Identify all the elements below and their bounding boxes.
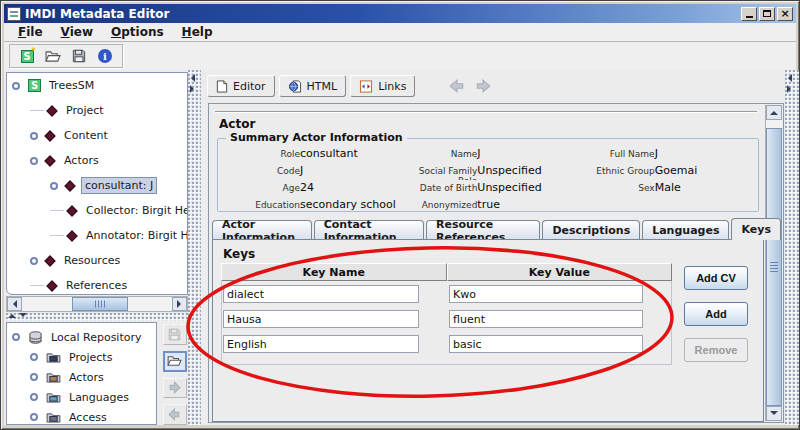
tab-resource-references[interactable]: Resource References — [426, 220, 540, 240]
tree-node-project[interactable]: Project — [7, 98, 187, 123]
tree-node-references[interactable]: References — [7, 273, 187, 295]
scroll-track[interactable] — [766, 120, 782, 406]
expand-handle-icon[interactable] — [12, 82, 20, 90]
scroll-track[interactable] — [22, 297, 172, 311]
info-button[interactable]: i — [94, 46, 116, 66]
scroll-left-button[interactable] — [7, 297, 22, 311]
expand-handle-icon[interactable] — [30, 257, 38, 265]
html-view-button[interactable]: HTML — [279, 75, 347, 97]
tab-languages[interactable]: Languages — [642, 220, 729, 240]
column-header-key-value[interactable]: Key Value — [447, 263, 673, 281]
repo-forward-button[interactable] — [163, 378, 187, 399]
open-button[interactable] — [42, 46, 64, 66]
repo-node-actors[interactable]: Actors — [7, 367, 156, 387]
scroll-right-button[interactable] — [172, 297, 187, 311]
field-label: Age — [222, 183, 300, 193]
add-button[interactable]: Add — [684, 302, 748, 326]
maximize-button[interactable] — [759, 7, 775, 21]
scroll-up-button[interactable] — [766, 105, 782, 120]
expand-handle-icon[interactable] — [30, 157, 38, 165]
tree-node-collector[interactable]: Collector: Birgit Hellwig — [7, 198, 187, 223]
right-split-divider[interactable] — [785, 70, 800, 425]
key-value-input[interactable] — [449, 285, 643, 303]
scroll-down-button[interactable] — [766, 406, 782, 421]
tree-node-actors[interactable]: Actors — [7, 148, 187, 173]
horizontal-split-divider[interactable] — [6, 313, 188, 321]
languages-folder-icon — [46, 392, 61, 403]
key-value-input[interactable] — [449, 335, 643, 353]
repo-node-label: Projects — [66, 350, 115, 365]
keys-tab-panel: Keys Key Name Key Value — [212, 239, 764, 422]
expand-handle-icon[interactable] — [30, 373, 38, 381]
repo-node-root[interactable]: Local Repository — [7, 327, 156, 347]
collapse-down-icon[interactable] — [19, 313, 27, 321]
key-name-input[interactable] — [223, 335, 419, 353]
collapse-right-icon[interactable] — [787, 85, 795, 93]
key-value-input[interactable] — [449, 310, 643, 328]
add-cv-button[interactable]: Add CV — [684, 266, 748, 290]
collapse-left-icon[interactable] — [784, 74, 792, 82]
repo-open-button[interactable] — [163, 351, 187, 372]
links-view-button[interactable]: Links — [350, 75, 415, 97]
keys-table-row — [221, 285, 672, 303]
tab-contact-information[interactable]: Contact Information — [314, 220, 424, 240]
repo-node-access[interactable]: Access — [7, 407, 156, 425]
column-header-key-name[interactable]: Key Name — [221, 263, 447, 281]
menu-options[interactable]: Options — [103, 24, 172, 40]
tree-node-consultant[interactable]: consultant: J — [7, 173, 187, 198]
new-session-button[interactable]: S✦ — [16, 46, 38, 66]
summary-title: Summary Actor Information — [226, 131, 407, 144]
field-label: Full Name — [577, 149, 655, 159]
keys-heading: Keys — [223, 247, 255, 261]
arrow-right-icon — [177, 300, 185, 308]
expand-handle-icon[interactable] — [50, 182, 58, 190]
tree-node-content[interactable]: Content — [7, 123, 187, 148]
collapse-left-icon[interactable] — [187, 74, 195, 82]
tree-node-label: References — [63, 278, 130, 293]
editor-view-button[interactable]: Editor — [207, 75, 275, 97]
vertical-split-divider[interactable] — [188, 70, 201, 425]
tab-descriptions[interactable]: Descriptions — [542, 220, 640, 240]
tree-node-label: Collector: Birgit Hellwig — [83, 203, 188, 218]
diamond-icon — [46, 280, 57, 291]
save-button[interactable] — [68, 46, 90, 66]
remove-button[interactable]: Remove — [684, 338, 748, 362]
editor-view-label: Editor — [233, 80, 266, 93]
keys-table-row — [221, 310, 672, 328]
tree-node-root[interactable]: S TreesSM — [7, 73, 187, 98]
scroll-thumb[interactable] — [766, 128, 782, 406]
expand-handle-icon[interactable] — [30, 413, 38, 421]
field-value: Male — [655, 181, 754, 194]
menu-file[interactable]: File — [10, 24, 51, 40]
editor-vertical-scrollbar[interactable] — [765, 105, 782, 421]
expand-handle-icon[interactable] — [12, 333, 20, 341]
links-view-label: Links — [378, 80, 406, 93]
nav-back-icon[interactable] — [449, 79, 465, 93]
key-name-input[interactable] — [223, 285, 419, 303]
tree-horizontal-scrollbar[interactable] — [6, 296, 188, 312]
expand-handle-icon[interactable] — [30, 132, 38, 140]
expand-handle-icon[interactable] — [30, 393, 38, 401]
collapse-up-icon[interactable] — [8, 310, 16, 318]
nav-forward-icon[interactable] — [475, 79, 491, 93]
expand-handle-icon[interactable] — [30, 353, 38, 361]
repo-back-button[interactable] — [163, 404, 187, 425]
links-icon — [359, 80, 373, 93]
tree-line — [30, 110, 44, 111]
collapse-right-icon[interactable] — [190, 85, 198, 93]
scroll-thumb[interactable] — [72, 297, 128, 311]
title-bar[interactable]: IMDI Metadata Editor × — [4, 4, 796, 23]
repo-node-projects[interactable]: Projects — [7, 347, 156, 367]
menu-view[interactable]: View — [53, 24, 101, 40]
tab-actor-information[interactable]: Actor Information — [212, 220, 312, 240]
tree-node-annotator[interactable]: Annotator: Birgit Hellwig — [7, 223, 187, 248]
close-button[interactable]: × — [777, 7, 793, 21]
repo-node-languages[interactable]: Languages — [7, 387, 156, 407]
tree-node-resources[interactable]: Resources — [7, 248, 187, 273]
menu-help[interactable]: Help — [174, 24, 221, 40]
repo-save-button[interactable] — [163, 324, 187, 345]
tab-keys[interactable]: Keys — [731, 218, 781, 240]
key-name-input[interactable] — [223, 310, 419, 328]
minimize-button[interactable] — [741, 7, 757, 21]
window-title: IMDI Metadata Editor — [25, 7, 741, 21]
